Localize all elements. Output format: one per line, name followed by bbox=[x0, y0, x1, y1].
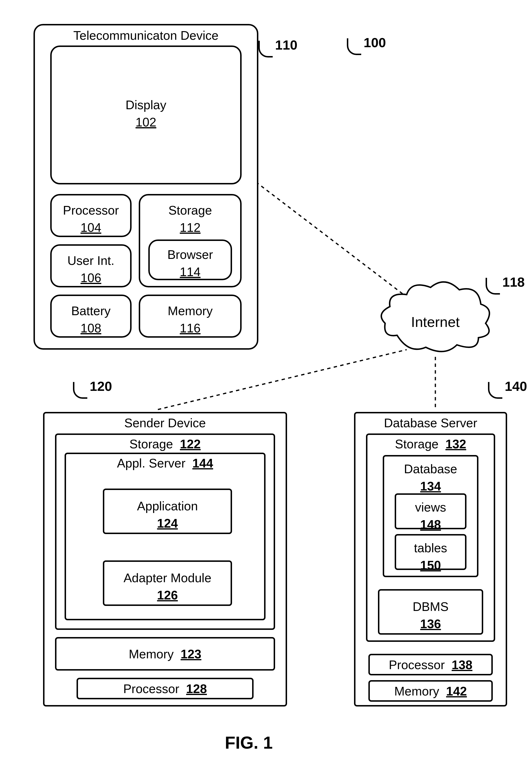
application-label: Application bbox=[104, 496, 231, 513]
processor-sd-box: Processor 128 bbox=[77, 678, 254, 699]
svg-line-1 bbox=[158, 350, 407, 410]
db-server-title: Database Server bbox=[355, 413, 506, 430]
memory-db-box: Memory 142 bbox=[368, 680, 493, 702]
tables-box: tables 150 bbox=[395, 534, 466, 570]
processor-ref: 104 bbox=[52, 218, 130, 235]
processor-label: Processor bbox=[52, 200, 130, 218]
memory-td-ref: 116 bbox=[140, 318, 240, 335]
views-label: views bbox=[396, 497, 465, 514]
storage-td-ref: 112 bbox=[140, 218, 240, 235]
telecom-device-title: Telecommunicaton Device bbox=[35, 25, 257, 43]
dbms-label: DBMS bbox=[379, 597, 482, 614]
views-ref: 148 bbox=[396, 514, 465, 532]
database-ref: 134 bbox=[384, 476, 477, 493]
application-box: Application 124 bbox=[103, 488, 232, 534]
dbms-ref: 136 bbox=[379, 614, 482, 631]
browser-box: Browser 114 bbox=[148, 240, 232, 280]
processor-box: Processor 104 bbox=[50, 194, 132, 237]
memory-td-label: Memory bbox=[140, 301, 240, 318]
userint-box: User Int. 106 bbox=[50, 244, 132, 287]
processor-sd-label: Processor 128 bbox=[78, 679, 252, 696]
userint-label: User Int. bbox=[52, 251, 130, 268]
display-box: Display 102 bbox=[50, 45, 242, 184]
ref-label-120: 120 bbox=[90, 378, 112, 394]
battery-label: Battery bbox=[52, 301, 130, 318]
sender-device-title: Sender Device bbox=[44, 413, 286, 430]
battery-ref: 108 bbox=[52, 318, 130, 335]
application-ref: 124 bbox=[104, 513, 231, 530]
processor-db-label: Processor 138 bbox=[370, 655, 491, 672]
storage-sd-label: Storage 122 bbox=[56, 435, 274, 451]
ref-hook-140 bbox=[488, 382, 502, 399]
browser-ref: 114 bbox=[150, 262, 231, 279]
ref-label-110: 110 bbox=[275, 37, 297, 53]
views-box: views 148 bbox=[395, 493, 466, 529]
ref-label-118: 118 bbox=[502, 274, 525, 290]
tables-label: tables bbox=[396, 538, 465, 555]
processor-db-box: Processor 138 bbox=[368, 654, 493, 675]
dbms-box: DBMS 136 bbox=[378, 589, 483, 635]
database-label: Database bbox=[384, 459, 477, 476]
memory-sd-label: Memory 123 bbox=[56, 639, 274, 661]
diagram-canvas: 100 Telecommunicaton Device 110 Display … bbox=[10, 10, 522, 759]
internet-label: Internet bbox=[409, 314, 462, 330]
userint-ref: 106 bbox=[52, 268, 130, 285]
ref-hook-100 bbox=[347, 38, 361, 55]
adapter-module-label: Adapter Module bbox=[104, 568, 231, 585]
adapter-module-box: Adapter Module 126 bbox=[103, 560, 232, 606]
ref-label-140: 140 bbox=[505, 378, 527, 394]
battery-box: Battery 108 bbox=[50, 295, 132, 338]
tables-ref: 150 bbox=[396, 555, 465, 572]
memory-sd-box: Memory 123 bbox=[55, 637, 275, 671]
storage-db-label: Storage 132 bbox=[367, 435, 494, 451]
browser-label: Browser bbox=[150, 245, 231, 262]
memory-db-label: Memory 142 bbox=[370, 682, 491, 698]
adapter-module-ref: 126 bbox=[104, 585, 231, 602]
memory-td-box: Memory 116 bbox=[139, 295, 242, 338]
ref-hook-110 bbox=[258, 41, 273, 57]
storage-td-label: Storage bbox=[140, 200, 240, 218]
display-ref: 102 bbox=[52, 112, 240, 129]
display-label: Display bbox=[52, 95, 240, 112]
figure-caption: FIG. 1 bbox=[225, 733, 273, 752]
ref-hook-120 bbox=[73, 382, 87, 399]
ref-label-100: 100 bbox=[364, 35, 386, 50]
appl-server-label: Appl. Server 144 bbox=[66, 454, 264, 470]
